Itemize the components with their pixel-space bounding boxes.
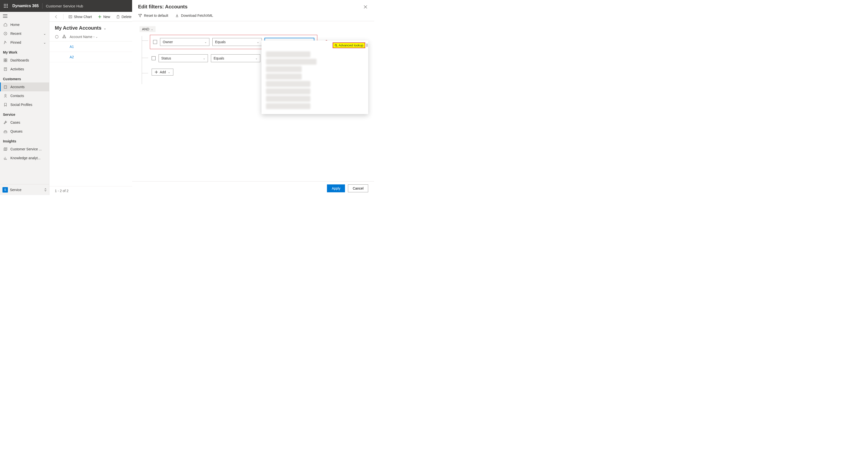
svg-rect-8 xyxy=(7,7,8,8)
nav-knowledge-analytics[interactable]: Knowledge analyt... xyxy=(0,154,49,162)
svg-rect-15 xyxy=(4,61,5,62)
analytics-icon xyxy=(3,156,8,160)
nav-queues[interactable]: Queues xyxy=(0,127,49,136)
edit-filters-panel: Edit filters: Accounts Reset to default … xyxy=(132,0,374,195)
svg-point-27 xyxy=(335,44,337,46)
account-link[interactable]: A1 xyxy=(70,45,74,48)
nav-social-profiles[interactable]: Social Profiles xyxy=(0,100,49,109)
nav-label: Cases xyxy=(10,121,46,124)
divider xyxy=(42,3,42,9)
field-dropdown[interactable]: Status ⌄ xyxy=(158,54,208,62)
operator-dropdown[interactable]: Equals ⌄ xyxy=(211,54,260,62)
column-label: Account Name xyxy=(70,35,92,39)
close-button[interactable] xyxy=(363,4,368,10)
lookup-option[interactable] xyxy=(266,66,302,72)
person-icon xyxy=(3,93,8,98)
chevron-down-icon: ⌄ xyxy=(168,71,170,74)
left-nav: Home Recent ⌄ Pinned ⌄ My Work Dashboard… xyxy=(0,12,50,195)
nav-toggle-button[interactable] xyxy=(0,12,49,20)
area-label: Service xyxy=(10,188,22,192)
nav-dashboards[interactable]: Dashboards xyxy=(0,56,49,65)
lookup-option[interactable] xyxy=(266,96,310,102)
pin-icon xyxy=(3,40,8,45)
nav-accounts[interactable]: Accounts xyxy=(0,83,49,91)
svg-rect-23 xyxy=(64,35,65,36)
nav-contacts[interactable]: Contacts xyxy=(0,91,49,100)
svg-rect-1 xyxy=(5,4,6,5)
reset-to-default-button[interactable]: Reset to default xyxy=(138,13,168,18)
area-switcher[interactable]: S Service xyxy=(0,184,49,195)
apply-button[interactable]: Apply xyxy=(327,185,345,192)
back-button[interactable] xyxy=(52,13,61,20)
hierarchy-icon[interactable] xyxy=(62,35,70,39)
chevron-down-icon: ⌄ xyxy=(255,57,257,60)
group-operator-dropdown[interactable]: AND ⌄ xyxy=(140,26,156,32)
svg-rect-16 xyxy=(6,61,7,62)
account-link[interactable]: A2 xyxy=(70,55,74,59)
svg-rect-24 xyxy=(63,37,64,38)
download-icon xyxy=(175,13,179,18)
lookup-option[interactable] xyxy=(266,88,310,94)
nav-activities[interactable]: Activities xyxy=(0,65,49,73)
svg-point-19 xyxy=(5,94,6,96)
lookup-option[interactable] xyxy=(266,81,310,87)
nav-pinned[interactable]: Pinned ⌄ xyxy=(0,38,49,47)
brand-label: Dynamics 365 xyxy=(12,4,39,8)
nav-label: Dashboards xyxy=(10,58,46,62)
condition-checkbox[interactable] xyxy=(152,56,156,60)
group-operator-label: AND xyxy=(142,27,149,31)
condition-checkbox[interactable] xyxy=(153,40,157,44)
show-chart-button[interactable]: Show Chart xyxy=(66,13,94,20)
delete-button[interactable]: Delete xyxy=(114,13,134,20)
nav-cases[interactable]: Cases xyxy=(0,118,49,127)
svg-point-22 xyxy=(55,35,58,38)
clock-icon xyxy=(3,31,8,36)
lookup-option[interactable] xyxy=(266,51,310,57)
filter-builder: AND ⌄ Owner ⌄ Equals ⌄ Value ⌄ xyxy=(132,21,374,181)
view-title: My Active Accounts xyxy=(55,25,101,31)
nav-home[interactable]: Home xyxy=(0,20,49,29)
nav-label: Knowledge analyt... xyxy=(10,156,46,160)
svg-rect-4 xyxy=(5,5,6,6)
button-label: Reset to default xyxy=(144,13,168,18)
lookup-option[interactable] xyxy=(266,103,310,109)
nav-label: Pinned xyxy=(10,40,43,44)
chart-icon xyxy=(68,15,72,19)
chevron-down-icon: ⌄ xyxy=(43,32,46,36)
add-condition-button[interactable]: Add ⌄ xyxy=(152,69,173,75)
map-icon xyxy=(3,147,8,152)
svg-rect-5 xyxy=(7,5,8,6)
lookup-option[interactable] xyxy=(266,73,302,79)
svg-rect-18 xyxy=(4,86,7,88)
button-label: Add xyxy=(160,70,166,74)
advanced-lookup-button[interactable]: Advanced lookup xyxy=(333,42,365,48)
svg-rect-6 xyxy=(4,7,5,8)
svg-rect-2 xyxy=(7,4,8,5)
record-count: 1 - 2 of 2 xyxy=(55,189,68,193)
tree-connector xyxy=(142,40,148,41)
new-button[interactable]: New xyxy=(95,13,113,20)
nav-recent[interactable]: Recent ⌄ xyxy=(0,29,49,38)
nav-label: Activities xyxy=(10,67,46,71)
bookmark-icon xyxy=(3,102,8,107)
scrollbar-thumb[interactable] xyxy=(366,43,368,47)
download-fetchxml-button[interactable]: Download FetchXML xyxy=(175,13,213,18)
dropdown-value: Owner xyxy=(163,40,173,44)
button-label: Advanced lookup xyxy=(339,43,363,47)
sort-asc-icon: ↑ xyxy=(93,35,95,38)
button-label: New xyxy=(103,15,110,19)
select-all-checkbox[interactable] xyxy=(55,35,62,39)
field-dropdown[interactable]: Owner ⌄ xyxy=(160,38,209,46)
filter-reset-icon xyxy=(138,13,142,18)
operator-dropdown[interactable]: Equals ⌄ xyxy=(212,38,262,46)
nav-customer-service-insights[interactable]: Customer Service ... xyxy=(0,145,49,154)
dropdown-value: Equals xyxy=(215,40,226,44)
cancel-button[interactable]: Cancel xyxy=(348,185,368,192)
lookup-option[interactable] xyxy=(266,59,317,65)
chevron-down-icon: ⌄ xyxy=(205,40,207,44)
nav-group-customers: Customers xyxy=(0,73,49,83)
svg-rect-13 xyxy=(4,59,5,60)
app-launcher-button[interactable] xyxy=(2,2,9,9)
building-icon xyxy=(3,85,8,89)
nav-label: Recent xyxy=(10,32,43,36)
